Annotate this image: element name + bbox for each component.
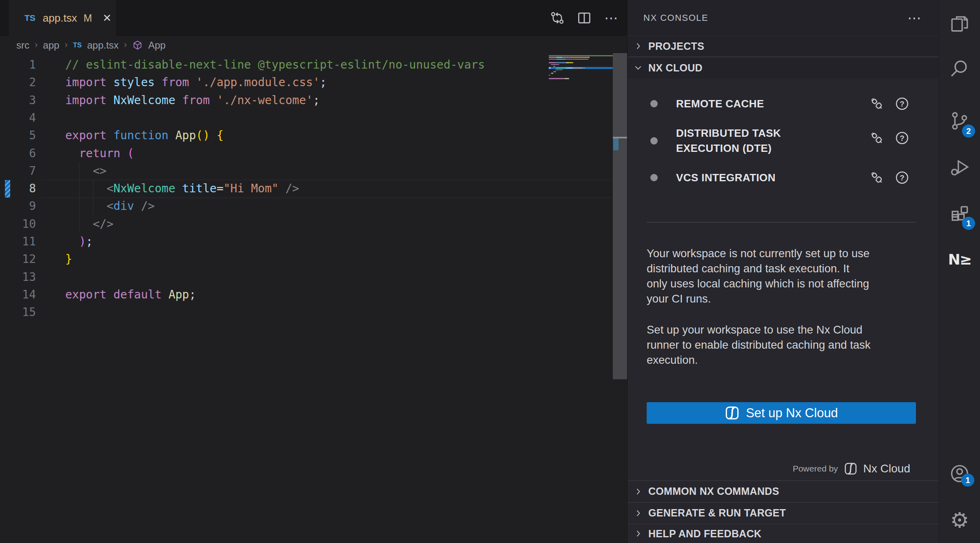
breadcrumb-src[interactable]: src bbox=[16, 40, 29, 51]
code-text: // eslint-disable-next-line @typescript-… bbox=[65, 56, 485, 73]
line-number: 15 bbox=[0, 303, 36, 321]
section-nx-cloud[interactable]: NX CLOUD bbox=[627, 57, 939, 78]
code-text: <> bbox=[65, 162, 106, 180]
line-number: 11 bbox=[0, 233, 36, 250]
code-line[interactable]: 13 bbox=[0, 268, 612, 286]
nx-cloud-webview: REMOTE CACHE ? DISTRIBUTED TASK EXECUTIO… bbox=[627, 78, 939, 481]
minimap-row bbox=[549, 76, 615, 78]
tab-app-tsx[interactable]: TS app.tsx M ✕ bbox=[9, 0, 116, 36]
code-line[interactable]: 8 <NxWelcome title="Hi Mom" /> bbox=[0, 180, 612, 198]
search-icon[interactable] bbox=[949, 58, 970, 79]
breadcrumb-app[interactable]: app bbox=[43, 40, 59, 51]
code-line[interactable]: 10 </> bbox=[0, 215, 612, 233]
code-line[interactable]: 4 bbox=[0, 109, 612, 127]
code-line[interactable]: 12} bbox=[0, 250, 612, 268]
setup-nx-cloud-button[interactable]: Set up Nx Cloud bbox=[647, 402, 916, 424]
code-line[interactable]: 9 <div /> bbox=[0, 197, 612, 215]
section-label: HELP AND FEEDBACK bbox=[648, 528, 761, 540]
typescript-file-icon: TS bbox=[24, 13, 35, 23]
setup-instructions-paragraph: Set up your workspace to use the Nx Clou… bbox=[647, 322, 928, 367]
connect-plug-icon[interactable] bbox=[869, 96, 884, 111]
section-common-nx-commands[interactable]: COMMON NX COMMANDS bbox=[627, 481, 939, 502]
powered-by-label: Powered by bbox=[793, 464, 838, 474]
code-text: import styles from './app.module.css'; bbox=[65, 73, 327, 91]
help-question-icon[interactable]: ? bbox=[895, 170, 909, 185]
minimap-row bbox=[549, 78, 615, 79]
minimap-row bbox=[549, 71, 615, 72]
line-number: 13 bbox=[0, 268, 36, 286]
line-number: 9 bbox=[0, 197, 36, 215]
run-debug-icon[interactable] bbox=[949, 157, 970, 178]
settings-gear-icon[interactable]: ⚙ bbox=[949, 510, 970, 530]
code-line[interactable]: 11 ); bbox=[0, 233, 612, 251]
minimap-row bbox=[549, 64, 615, 65]
svg-text:?: ? bbox=[900, 174, 904, 182]
code-line[interactable]: 15 bbox=[0, 303, 612, 321]
line-number: 3 bbox=[0, 91, 36, 109]
symbol-class-icon bbox=[132, 40, 143, 51]
code-line[interactable]: 7 <> bbox=[0, 162, 612, 180]
minimap[interactable] bbox=[549, 54, 615, 283]
code-line[interactable]: 5export function App() { bbox=[0, 127, 612, 145]
nx-cloud-brand-label: Nx Cloud bbox=[863, 462, 910, 475]
code-text: </> bbox=[65, 215, 113, 233]
code-text: return ( bbox=[65, 145, 134, 162]
section-projects[interactable]: PROJECTS bbox=[627, 36, 939, 56]
minimap-row bbox=[549, 60, 615, 62]
nx-console-panel: NX CONSOLE ⋯ PROJECTS NX CLOUD REMOTE CA… bbox=[627, 0, 939, 543]
connect-plug-icon[interactable] bbox=[869, 131, 884, 145]
typescript-file-icon: TS bbox=[73, 41, 82, 49]
chevron-right-icon bbox=[634, 530, 642, 538]
more-actions-icon[interactable]: ⋯ bbox=[603, 10, 619, 26]
code-line[interactable]: 6 return ( bbox=[0, 145, 612, 162]
section-label: GENERATE & RUN TARGET bbox=[648, 507, 786, 519]
modified-badge: M bbox=[84, 12, 92, 24]
code-line[interactable]: 1// eslint-disable-next-line @typescript… bbox=[0, 56, 612, 74]
close-icon[interactable]: ✕ bbox=[103, 12, 112, 24]
powered-by: Powered by Nx Cloud bbox=[793, 461, 910, 477]
code-text: <NxWelcome title="Hi Mom" /> bbox=[65, 180, 299, 197]
explorer-icon[interactable] bbox=[949, 13, 970, 34]
help-question-icon[interactable]: ? bbox=[895, 96, 909, 111]
line-number: 12 bbox=[0, 250, 36, 268]
panel-title: NX CONSOLE bbox=[643, 13, 708, 23]
chevron-down-icon bbox=[634, 64, 642, 72]
line-number: 5 bbox=[0, 127, 36, 144]
code-text: import NxWelcome from './nx-welcome'; bbox=[65, 91, 320, 109]
chevron-right-icon bbox=[634, 487, 642, 496]
line-number: 10 bbox=[0, 215, 36, 233]
line-number: 6 bbox=[0, 145, 36, 162]
section-help-and-feedback[interactable]: HELP AND FEEDBACK bbox=[627, 524, 939, 543]
tab-bar: TS app.tsx M ✕ ⋯ bbox=[0, 0, 627, 36]
editor-scrollbar[interactable] bbox=[613, 53, 627, 379]
minimap-row bbox=[549, 75, 615, 76]
connect-plug-icon[interactable] bbox=[869, 170, 884, 185]
breadcrumb-symbol-app[interactable]: App bbox=[148, 40, 166, 51]
panel-title-bar: NX CONSOLE ⋯ bbox=[627, 0, 939, 36]
code-text: ); bbox=[65, 233, 93, 250]
line-number: 8 bbox=[0, 180, 36, 197]
minimap-row bbox=[549, 69, 615, 71]
code-line[interactable]: 2import styles from './app.module.css'; bbox=[0, 73, 612, 91]
vcs-integration-label: VCS INTEGRATION bbox=[676, 170, 776, 185]
minimap-row bbox=[549, 57, 615, 58]
tab-filename: app.tsx bbox=[43, 12, 77, 24]
open-changes-icon[interactable] bbox=[550, 10, 565, 26]
status-dot bbox=[650, 137, 658, 145]
help-question-icon[interactable]: ? bbox=[895, 131, 909, 145]
code-line[interactable]: 14export default App; bbox=[0, 286, 612, 304]
account-badge: 1 bbox=[961, 474, 974, 487]
activity-bar: 2 1 N≥ 1 ⚙ bbox=[939, 0, 980, 543]
nx-console-icon[interactable]: N≥ bbox=[949, 249, 970, 269]
breadcrumb-file[interactable]: app.tsx bbox=[87, 40, 118, 51]
status-dot bbox=[650, 100, 658, 107]
extensions-badge: 1 bbox=[962, 217, 975, 230]
code-line[interactable]: 3import NxWelcome from './nx-welcome'; bbox=[0, 91, 612, 109]
section-generate-run-target[interactable]: GENERATE & RUN TARGET bbox=[627, 502, 939, 523]
nx-cloud-logo-icon bbox=[844, 462, 858, 476]
panel-more-actions-icon[interactable]: ⋯ bbox=[907, 0, 921, 36]
section-label: COMMON NX COMMANDS bbox=[648, 485, 779, 497]
split-editor-icon[interactable] bbox=[576, 10, 592, 26]
chevron-right-icon: › bbox=[35, 40, 38, 50]
workspace-status-paragraph: Your workspace is not currently set up t… bbox=[647, 246, 928, 306]
